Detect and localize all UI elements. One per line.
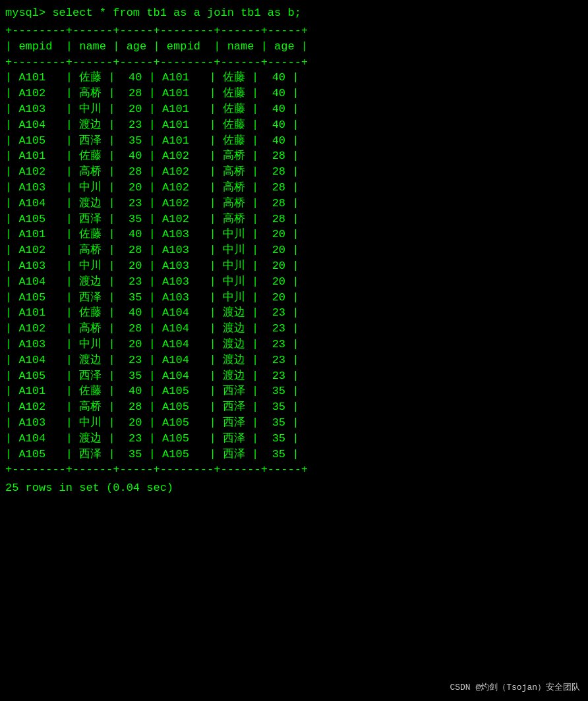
- table-row: | A104 | 渡边 | 23 | A102 | 高桥 | 28 |: [5, 196, 583, 211]
- table-row: | A101 | 佐藤 | 40 | A105 | 西泽 | 35 |: [5, 383, 583, 399]
- table-header: | empid | name | age | empid | name | ag…: [5, 39, 583, 55]
- table-row: | A101 | 佐藤 | 40 | A102 | 高桥 | 28 |: [5, 148, 583, 164]
- table-row: | A103 | 中川 | 20 | A105 | 西泽 | 35 |: [5, 415, 583, 431]
- table-row: | A105 | 西泽 | 35 | A104 | 渡边 | 23 |: [5, 368, 583, 384]
- divider-bot: +--------+------+-----+--------+------+-…: [5, 462, 583, 478]
- table-row: | A104 | 渡边 | 23 | A101 | 佐藤 | 40 |: [5, 117, 583, 133]
- table-row: | A104 | 渡边 | 23 | A103 | 中川 | 20 |: [5, 274, 583, 290]
- table-row: | A104 | 渡边 | 23 | A105 | 西泽 | 35 |: [5, 431, 583, 447]
- table-row: | A103 | 中川 | 20 | A103 | 中川 | 20 |: [5, 258, 583, 274]
- table-row: | A101 | 佐藤 | 40 | A104 | 渡边 | 23 |: [5, 305, 583, 321]
- table-row: | A103 | 中川 | 20 | A102 | 高桥 | 28 |: [5, 180, 583, 196]
- table-row: | A102 | 高桥 | 28 | A104 | 渡边 | 23 |: [5, 321, 583, 337]
- watermark: CSDN @灼剑（Tsojan）安全团队: [450, 681, 580, 693]
- table-row: | A101 | 佐藤 | 40 | A103 | 中川 | 20 |: [5, 227, 583, 242]
- table-row: | A105 | 西泽 | 35 | A103 | 中川 | 20 |: [5, 290, 583, 306]
- table-row: | A102 | 高桥 | 28 | A101 | 佐藤 | 40 |: [5, 86, 583, 101]
- result-table: +--------+------+-----+--------+------+-…: [5, 23, 583, 478]
- result-summary: 25 rows in set (0.04 sec): [5, 482, 583, 494]
- table-row: | A105 | 西泽 | 35 | A101 | 佐藤 | 40 |: [5, 133, 583, 149]
- sql-command[interactable]: mysql> select * from tb1 as a join tb1 a…: [5, 7, 583, 19]
- terminal-window: mysql> select * from tb1 as a join tb1 a…: [5, 7, 583, 701]
- divider-top: +--------+------+-----+--------+------+-…: [5, 23, 583, 39]
- table-body: | A101 | 佐藤 | 40 | A101 | 佐藤 | 40 || A10…: [5, 70, 583, 462]
- table-row: | A103 | 中川 | 20 | A104 | 渡边 | 23 |: [5, 337, 583, 352]
- table-row: | A101 | 佐藤 | 40 | A101 | 佐藤 | 40 |: [5, 70, 583, 86]
- table-row: | A102 | 高桥 | 28 | A103 | 中川 | 20 |: [5, 242, 583, 258]
- table-row: | A103 | 中川 | 20 | A101 | 佐藤 | 40 |: [5, 101, 583, 117]
- table-row: | A102 | 高桥 | 28 | A102 | 高桥 | 28 |: [5, 164, 583, 180]
- table-row: | A105 | 西泽 | 35 | A105 | 西泽 | 35 |: [5, 447, 583, 463]
- table-row: | A105 | 西泽 | 35 | A102 | 高桥 | 28 |: [5, 211, 583, 227]
- divider-mid: +--------+------+-----+--------+------+-…: [5, 55, 583, 70]
- table-row: | A104 | 渡边 | 23 | A104 | 渡边 | 23 |: [5, 352, 583, 368]
- table-row: | A102 | 高桥 | 28 | A105 | 西泽 | 35 |: [5, 399, 583, 415]
